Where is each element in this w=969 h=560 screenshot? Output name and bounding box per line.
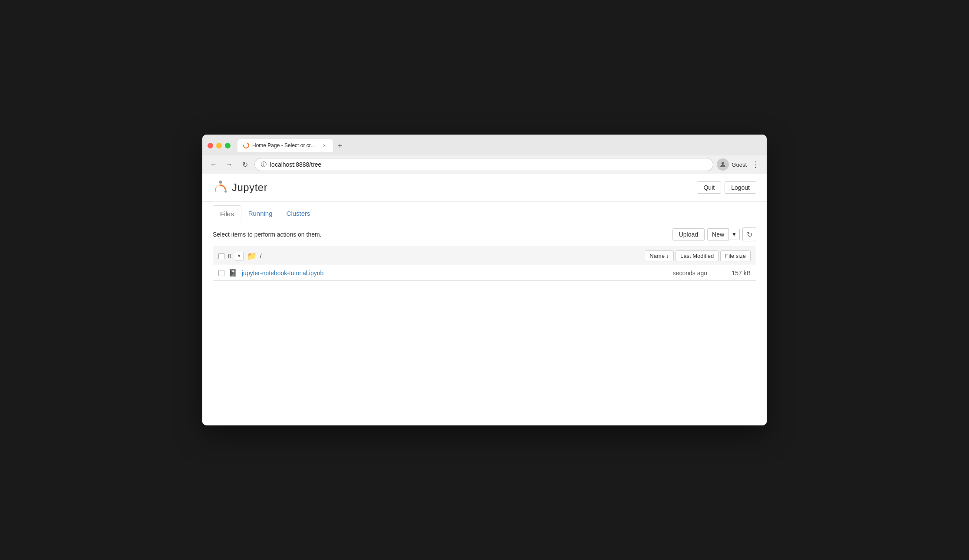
file-table-header-left: 0 ▼ 📁 / — [218, 251, 645, 261]
browser-titlebar: Home Page - Select or create a × + — [202, 135, 767, 155]
folder-icon: 📁 — [247, 251, 257, 261]
file-size: 157 kB — [725, 270, 751, 277]
file-table: 0 ▼ 📁 / Name ↓ Last Modified File size 📓… — [213, 247, 756, 281]
row-checkbox[interactable] — [218, 270, 224, 276]
tab-bar: Home Page - Select or create a × + — [237, 139, 761, 152]
address-bar-row: ← → ↻ ⓘ localhost:8888/tree Guest ⋮ — [202, 155, 767, 174]
table-row: 📓 jupyter-notebook-tutorial.ipynb second… — [213, 265, 756, 280]
item-count: 0 — [228, 253, 231, 260]
tab-favicon-icon — [243, 142, 250, 149]
browser-menu-button[interactable]: ⋮ — [749, 158, 761, 171]
tab-title: Home Page - Select or create a — [252, 142, 318, 148]
reload-button[interactable]: ↻ — [239, 158, 251, 171]
notebook-icon: 📓 — [229, 269, 237, 277]
maximize-button[interactable] — [225, 143, 231, 148]
file-modified: seconds ago — [673, 270, 707, 277]
jupyter-header: Jupyter Quit Logout — [202, 174, 767, 202]
new-button[interactable]: New — [707, 228, 729, 240]
url-text: localhost:8888/tree — [270, 161, 321, 168]
nav-tabs: Files Running Clusters — [202, 205, 767, 222]
refresh-button[interactable]: ↻ — [742, 227, 756, 241]
minimize-button[interactable] — [216, 143, 222, 148]
tab-files[interactable]: Files — [213, 205, 241, 222]
file-table-header: 0 ▼ 📁 / Name ↓ Last Modified File size — [213, 247, 756, 265]
close-button[interactable] — [208, 143, 213, 148]
guest-label: Guest — [732, 161, 747, 168]
new-dropdown-button[interactable]: ▼ — [729, 229, 740, 240]
traffic-lights — [208, 143, 231, 148]
file-table-header-right: Name ↓ Last Modified File size — [645, 250, 751, 261]
logout-button[interactable]: Logout — [725, 181, 756, 194]
page-content: Jupyter Quit Logout Files Running Cluste… — [202, 174, 767, 425]
active-tab[interactable]: Home Page - Select or create a × — [237, 139, 333, 152]
lock-icon: ⓘ — [261, 161, 267, 168]
svg-point-4 — [217, 186, 224, 192]
browser-window: Home Page - Select or create a × + ← → ↻… — [202, 135, 767, 425]
tab-clusters[interactable]: Clusters — [280, 205, 317, 222]
file-size-sort-button[interactable]: File size — [720, 250, 751, 261]
svg-point-0 — [244, 143, 249, 148]
back-button[interactable]: ← — [208, 158, 220, 171]
header-buttons: Quit Logout — [697, 181, 756, 194]
current-path: / — [260, 253, 262, 260]
last-modified-sort-button[interactable]: Last Modified — [676, 250, 719, 261]
file-row-left: 📓 jupyter-notebook-tutorial.ipynb — [218, 269, 673, 277]
svg-point-2 — [219, 181, 222, 184]
svg-point-3 — [224, 190, 227, 192]
tab-close-button[interactable]: × — [321, 142, 328, 149]
file-row-right: seconds ago 157 kB — [673, 270, 751, 277]
header-checkbox-wrap — [218, 253, 224, 259]
browser-controls-row: Home Page - Select or create a × + — [208, 139, 761, 152]
name-sort-button[interactable]: Name ↓ — [645, 250, 674, 261]
toolbar-right: Upload New ▼ ↻ — [672, 227, 756, 241]
new-tab-button[interactable]: + — [334, 140, 346, 152]
file-link[interactable]: jupyter-notebook-tutorial.ipynb — [242, 270, 323, 277]
quit-button[interactable]: Quit — [697, 181, 721, 194]
jupyter-logo-icon — [213, 180, 228, 195]
jupyter-logo-text: Jupyter — [232, 181, 267, 194]
forward-button[interactable]: → — [223, 158, 235, 171]
user-icon — [719, 161, 726, 168]
address-bar[interactable]: ⓘ localhost:8888/tree — [254, 158, 713, 171]
jupyter-logo: Jupyter — [213, 180, 267, 195]
count-dropdown-button[interactable]: ▼ — [235, 252, 244, 260]
user-account-button[interactable] — [717, 158, 729, 171]
svg-point-1 — [722, 162, 724, 165]
select-message: Select items to perform actions on them. — [213, 231, 322, 238]
new-button-wrap: New ▼ — [707, 228, 740, 240]
file-browser-toolbar: Select items to perform actions on them.… — [202, 222, 767, 247]
tab-running[interactable]: Running — [241, 205, 280, 222]
upload-button[interactable]: Upload — [672, 228, 705, 240]
select-all-checkbox[interactable] — [218, 253, 224, 259]
